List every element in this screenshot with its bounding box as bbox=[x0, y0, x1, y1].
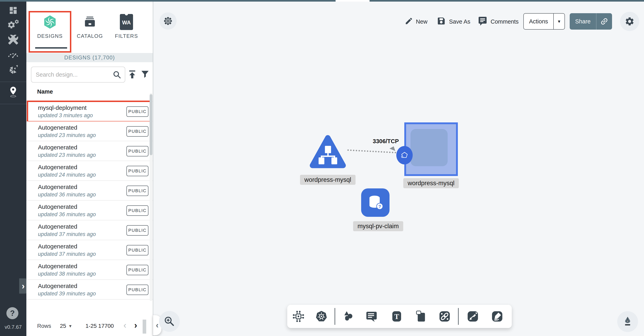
upload-design-icon[interactable] bbox=[128, 70, 137, 79]
volume-cylinder-icon: ? bbox=[366, 194, 384, 211]
new-label[interactable]: New bbox=[416, 18, 428, 25]
search-icon[interactable] bbox=[113, 71, 121, 79]
kubernetes-icon bbox=[315, 310, 328, 323]
pvc-question-mark: ? bbox=[378, 204, 381, 209]
save-icon bbox=[437, 17, 446, 26]
next-page-icon[interactable]: › bbox=[134, 321, 137, 329]
lifecycle-gears-icon[interactable] bbox=[7, 18, 20, 31]
top-progress-bar bbox=[0, 0, 644, 2]
share-button[interactable]: Share bbox=[570, 13, 612, 30]
design-name: Autogenerated bbox=[38, 124, 77, 131]
share-label[interactable]: Share bbox=[570, 13, 596, 30]
list-item[interactable]: Autogeneratedupdated 37 minutes agoPUBLI… bbox=[26, 240, 153, 260]
kanvas-pin-icon[interactable] bbox=[7, 86, 20, 98]
node-service-selected[interactable] bbox=[404, 122, 458, 176]
tab-filters[interactable]: WA FILTERS bbox=[106, 11, 146, 39]
catalog-drawer-icon bbox=[70, 11, 110, 33]
configuration-wrenches-icon[interactable] bbox=[7, 33, 20, 46]
copy-link-button[interactable] bbox=[596, 13, 612, 30]
list-item[interactable]: Autogeneratedupdated 23 minutes agoPUBLI… bbox=[26, 121, 153, 141]
components-tool[interactable] bbox=[291, 309, 306, 323]
zoom-in-button[interactable] bbox=[159, 311, 180, 332]
kubernetes-tool[interactable] bbox=[314, 309, 328, 323]
comment-icon bbox=[478, 16, 488, 26]
design-list: mysql-deploymentupdated 3 minutes agoPUB… bbox=[26, 101, 153, 299]
shapes-icon bbox=[342, 310, 354, 322]
list-item[interactable]: Autogeneratedupdated 36 minutes agoPUBLI… bbox=[26, 201, 153, 220]
design-updated: updated 24 minutes ago bbox=[38, 172, 96, 178]
list-item[interactable]: mysql-deploymentupdated 3 minutes agoPUB… bbox=[26, 102, 153, 121]
text-icon: T bbox=[390, 310, 403, 322]
magnifier-plus-icon bbox=[164, 316, 175, 327]
text-tool[interactable]: T bbox=[390, 309, 404, 323]
toolbar-divider bbox=[334, 308, 335, 325]
deployment-triangle-icon bbox=[308, 134, 347, 171]
visibility-badge: PUBLIC bbox=[126, 146, 148, 156]
chevron-left-icon: ‹ bbox=[156, 320, 158, 330]
panel-scrollbar-thumb[interactable] bbox=[142, 319, 146, 333]
list-item[interactable]: Autogeneratedupdated 39 minutes agoPUBLI… bbox=[26, 280, 153, 300]
save-as-button[interactable] bbox=[437, 17, 446, 26]
new-button[interactable] bbox=[405, 17, 413, 25]
performance-gauge-icon[interactable] bbox=[7, 47, 20, 60]
tab-catalog[interactable]: CATALOG bbox=[70, 11, 110, 39]
filter-funnel-icon[interactable] bbox=[141, 70, 150, 79]
note-tool[interactable] bbox=[414, 309, 428, 323]
service-port-handle[interactable] bbox=[396, 146, 413, 164]
save-as-label[interactable]: Save As bbox=[449, 18, 470, 25]
list-item[interactable]: Autogeneratedupdated 37 minutes agoPUBLI… bbox=[26, 220, 153, 240]
pen-arrow-icon bbox=[466, 310, 479, 322]
meshery-app: › ? v0.7.67 DESIGNS bbox=[0, 0, 644, 336]
annotate-pen-tool[interactable] bbox=[466, 309, 480, 323]
tab-catalog-label: CATALOG bbox=[70, 33, 110, 39]
designs-count-header: DESIGNS (17,700) bbox=[26, 53, 153, 62]
design-mode-button[interactable] bbox=[617, 311, 638, 332]
sticky-note-icon bbox=[415, 310, 427, 322]
rows-caret-icon[interactable]: ▾ bbox=[69, 323, 72, 329]
list-item[interactable]: Autogeneratedupdated 36 minutes agoPUBLI… bbox=[26, 181, 153, 201]
comments-button[interactable] bbox=[478, 16, 488, 26]
pencil-swirl-icon bbox=[491, 310, 503, 322]
service-node-label[interactable]: wordpress-mysql bbox=[403, 178, 459, 188]
expand-sidebar-button[interactable]: › bbox=[19, 278, 27, 294]
dashboard-icon[interactable] bbox=[7, 4, 20, 17]
shapes-tool[interactable] bbox=[341, 309, 355, 323]
pencil-icon bbox=[405, 17, 413, 25]
mesh-cluster-button[interactable] bbox=[160, 13, 176, 30]
design-name: Autogenerated bbox=[38, 203, 77, 210]
pen-nib-icon bbox=[622, 316, 633, 327]
actions-label[interactable]: Actions bbox=[524, 14, 554, 29]
link-tool[interactable] bbox=[438, 309, 452, 323]
comments-label[interactable]: Comments bbox=[490, 18, 518, 25]
design-updated: updated 36 minutes ago bbox=[38, 192, 96, 198]
extensions-pie-icon[interactable] bbox=[7, 64, 20, 76]
list-item[interactable]: Autogeneratedupdated 38 minutes agoPUBLI… bbox=[26, 260, 153, 280]
list-scrollbar-thumb[interactable] bbox=[150, 94, 152, 155]
search-input[interactable] bbox=[31, 67, 125, 82]
wa-badge-text: WA bbox=[120, 20, 133, 26]
design-updated: updated 3 minutes ago bbox=[38, 112, 93, 119]
list-item[interactable]: Autogeneratedupdated 23 minutes agoPUBLI… bbox=[26, 141, 153, 161]
visibility-badge: PUBLIC bbox=[126, 265, 148, 275]
chevron-right-icon: › bbox=[22, 281, 25, 291]
column-header-name: Name bbox=[37, 88, 53, 95]
rows-per-page-select[interactable]: 25 bbox=[60, 323, 66, 329]
actions-dropdown-caret[interactable]: ▾ bbox=[554, 14, 564, 29]
text-tool-glyph: T bbox=[394, 313, 399, 320]
prev-page-icon[interactable]: ‹ bbox=[124, 321, 126, 329]
gear-icon bbox=[624, 17, 634, 26]
mesh-dots-icon bbox=[164, 17, 172, 25]
help-button[interactable]: ? bbox=[6, 307, 18, 319]
design-name: Autogenerated bbox=[38, 283, 77, 289]
node-pvc[interactable]: ? bbox=[361, 188, 390, 217]
top-progress-segment bbox=[336, 0, 370, 2]
pvc-node-label[interactable]: mysql-pv-claim bbox=[353, 221, 403, 231]
settings-button[interactable] bbox=[620, 12, 639, 31]
design-updated: updated 23 minutes ago bbox=[38, 152, 96, 158]
freehand-draw-tool[interactable] bbox=[490, 309, 504, 323]
node-deployment[interactable] bbox=[308, 134, 347, 171]
comment-tool[interactable] bbox=[364, 309, 379, 323]
deployment-node-label[interactable]: wordpress-mysql bbox=[300, 175, 356, 185]
actions-button[interactable]: Actions ▾ bbox=[523, 13, 565, 30]
list-item[interactable]: Autogeneratedupdated 24 minutes agoPUBLI… bbox=[26, 161, 153, 181]
